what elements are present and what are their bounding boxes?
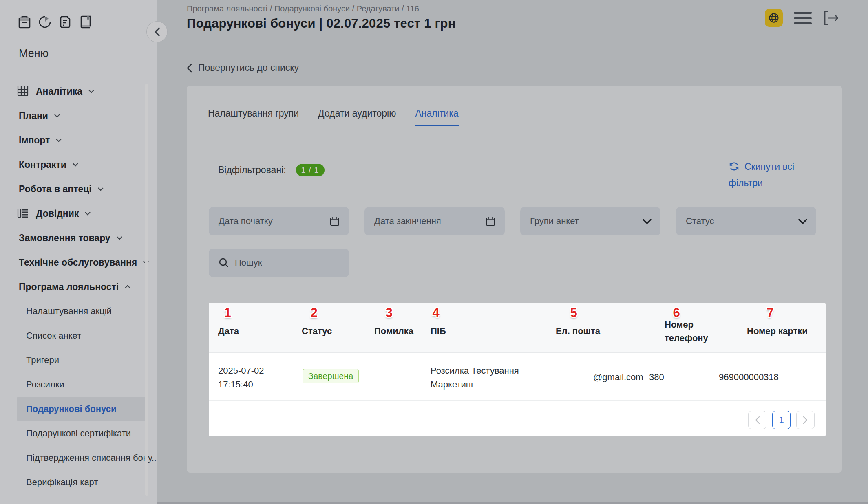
chevron-right-icon [802, 416, 808, 424]
sidebar-item-directory[interactable]: Довідник [0, 201, 157, 226]
chevron-left-icon [754, 416, 760, 424]
column-header-error: Помилка [374, 324, 413, 338]
cell-name: Розсилка Тестування Маркетинг [431, 364, 519, 392]
status-placeholder: Статус [686, 216, 714, 227]
tab-group-settings[interactable]: Налаштування групи [208, 108, 299, 126]
back-to-list-label: Повернутись до списку [198, 62, 299, 73]
pagination: 1 [748, 411, 815, 429]
sidebar-scrollbar[interactable] [145, 84, 148, 496]
sidebar-item-label: Плани [19, 110, 48, 121]
chevron-left-icon [154, 27, 160, 36]
annotation-number-7: 7 [766, 306, 773, 320]
sidebar-item-label: Розсилки [26, 379, 64, 390]
tab-analytics[interactable]: Аналітика [415, 108, 458, 126]
globe-icon [768, 12, 780, 24]
chevron-down-icon [643, 219, 652, 224]
sidebar-item-questionnaire-list[interactable]: Список анкет [0, 324, 157, 348]
sidebar-item-label: Подарункові сертифікати [26, 428, 131, 439]
analytics-table: 1 2 3 4 5 6 7 Дата Статус Помилка ПІБ Ел… [209, 303, 826, 436]
column-header-phone: Номер телефону [665, 318, 718, 345]
search-input[interactable]: Пошук [209, 249, 349, 277]
logout-button[interactable] [823, 10, 840, 26]
archive-icon[interactable] [18, 15, 31, 29]
groups-select[interactable]: Групи анкет [520, 207, 660, 235]
grid-icon [17, 85, 29, 97]
sidebar-item-maintenance[interactable]: Технічне обслуговування [0, 250, 157, 275]
sidebar-item-label: Налаштування акцій [26, 306, 112, 317]
chevron-down-icon [798, 219, 807, 224]
sidebar-item-card-verification[interactable]: Верифікація карт [0, 470, 157, 495]
search-row: Пошук [209, 249, 349, 277]
filtered-count-badge: 1 / 1 [296, 164, 325, 176]
cell-card-number: 969000000318 [719, 370, 779, 384]
menu-hamburger-button[interactable] [794, 12, 812, 24]
chevron-up-icon [124, 285, 131, 289]
sidebar-item-label: Технічне обслуговування [19, 257, 137, 268]
book-icon[interactable] [79, 15, 92, 29]
sidebar-item-analytics[interactable]: Аналітика [0, 79, 157, 103]
table-header: 1 2 3 4 5 6 7 Дата Статус Помилка ПІБ Ел… [209, 303, 826, 353]
pie-chart-icon[interactable] [38, 15, 51, 29]
chevron-down-icon [54, 114, 60, 118]
date-from-placeholder: Дата початку [219, 216, 273, 227]
pagination-prev-button[interactable] [748, 411, 766, 429]
sidebar-top-icons [18, 15, 92, 29]
cell-name-line2: Маркетинг [431, 378, 519, 392]
sidebar-item-gift-bonuses[interactable]: Подарункові бонуси [17, 397, 145, 421]
chevron-down-icon [116, 236, 123, 240]
sidebar-item-plans[interactable]: Плани [0, 103, 157, 128]
annotation-number-3: 3 [385, 306, 392, 320]
back-to-list-link[interactable]: Повернутись до списку [187, 62, 299, 73]
sidebar-item-bonus-writeoff-confirm[interactable]: Підтвердження списання бону... [0, 446, 157, 470]
pagination-next-button[interactable] [796, 411, 815, 429]
header-actions [765, 9, 840, 27]
date-to-input[interactable]: Дата закінчення [364, 207, 505, 235]
sidebar-item-pharmacy-work[interactable]: Робота в аптеці [0, 177, 157, 201]
status-select[interactable]: Статус [676, 207, 816, 235]
sidebar-item-label: Контракти [19, 159, 66, 170]
sidebar-item-gift-certificates[interactable]: Подарункові сертифікати [0, 421, 157, 446]
sidebar: Меню Аналітика Плани Імпорт Контракти Ро… [0, 0, 157, 504]
sidebar-item-label: Підтвердження списання бону... [26, 453, 157, 463]
page-title: Подарункові бонуси | 02.07.2025 тест 1 г… [187, 16, 456, 31]
sidebar-item-label: Довідник [36, 208, 79, 219]
sidebar-item-label: Імпорт [19, 135, 50, 146]
calendar-icon [329, 216, 340, 227]
tabs: Налаштування групи Додати аудиторію Анал… [208, 108, 459, 126]
annotation-number-4: 4 [432, 306, 439, 320]
reset-icon [729, 161, 740, 176]
sidebar-item-label: Замовлення товару [19, 233, 110, 244]
language-globe-button[interactable] [765, 9, 783, 27]
horizontal-scrollbar[interactable] [157, 502, 868, 504]
filtered-label: Відфільтровані: [218, 165, 286, 176]
tab-add-audience[interactable]: Додати аудиторію [318, 108, 396, 126]
annotation-number-5: 5 [570, 306, 577, 320]
sidebar-item-loyalty-program[interactable]: Програма лояльності [0, 275, 157, 299]
sidebar-item-mailings[interactable]: Розсилки [0, 372, 157, 397]
logout-icon [823, 10, 840, 26]
sidebar-item-label: Верифікація карт [26, 477, 98, 488]
date-from-input[interactable]: Дата початку [209, 207, 349, 235]
document-icon[interactable] [59, 15, 72, 29]
sidebar-item-label: Програма лояльності [19, 282, 119, 293]
chevron-down-icon [55, 138, 62, 142]
sidebar-item-contracts[interactable]: Контракти [0, 152, 157, 177]
sidebar-menu: Аналітика Плани Імпорт Контракти Робота … [0, 79, 157, 495]
sidebar-item-promo-settings[interactable]: Налаштування акцій [0, 299, 157, 324]
reset-filters-link[interactable]: Скинути всі фільтри [729, 160, 801, 190]
sidebar-item-import[interactable]: Імпорт [0, 128, 157, 152]
search-icon [219, 258, 229, 268]
sidebar-collapse-button[interactable] [146, 21, 168, 42]
search-placeholder: Пошук [235, 258, 262, 268]
cell-status: Завершена [303, 369, 359, 383]
sidebar-item-goods-order[interactable]: Замовлення товару [0, 226, 157, 250]
column-header-email: Ел. пошта [556, 324, 600, 338]
calendar-icon [485, 216, 496, 227]
filtered-summary: Відфільтровані: 1 / 1 [218, 164, 325, 176]
sidebar-item-label: Подарункові бонуси [26, 404, 117, 414]
status-badge: Завершена [303, 369, 359, 383]
pagination-page-1-button[interactable]: 1 [772, 411, 791, 429]
annotation-number-2: 2 [310, 306, 317, 320]
sidebar-item-triggers[interactable]: Тригери [0, 348, 157, 372]
chevron-down-icon [88, 89, 95, 93]
